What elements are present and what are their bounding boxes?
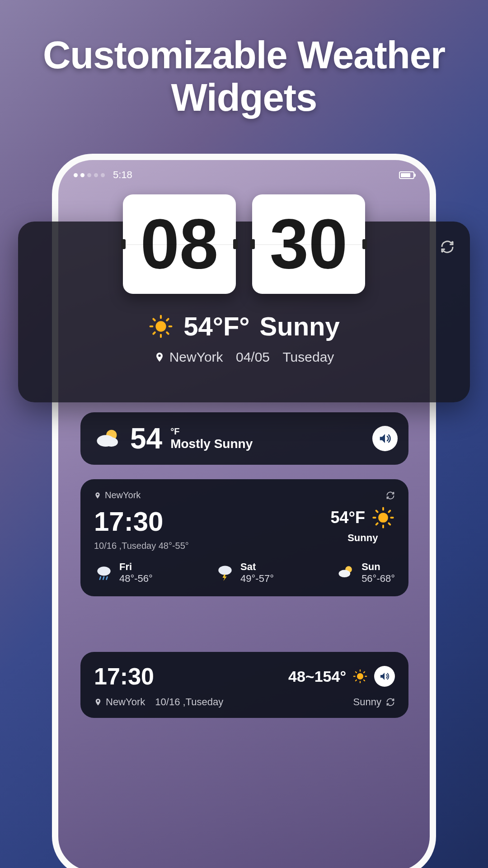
flip-minute: 30 (270, 204, 347, 284)
flip-cards: 08 30 (36, 194, 452, 294)
svg-line-36 (364, 672, 365, 673)
row-bottom: NewYork 10/16 ,Tuseday Sunny (94, 696, 395, 708)
status-left: 5:18 (74, 169, 132, 181)
page-dots (74, 173, 105, 177)
svg-point-12 (378, 513, 388, 523)
forecast-day-range: 49°-57° (240, 573, 274, 585)
compact-text: °F Mostly Sunny (170, 426, 253, 451)
compact-temp: 54 (130, 422, 162, 455)
svg-line-6 (167, 332, 169, 334)
svg-line-5 (154, 319, 155, 320)
detail-condition: Sunny (347, 532, 378, 544)
flip-hour-card: 08 (123, 194, 236, 294)
forecast-day-range: 48°-56° (119, 573, 153, 585)
compact-widget[interactable]: 54 °F Mostly Sunny (80, 412, 408, 465)
forecast-day: Fri 48°-56° (94, 561, 153, 585)
svg-line-7 (154, 332, 155, 334)
forecast-day-range: 56°-68° (361, 573, 395, 585)
detail-date-line: 10/16 ,Tuseday 48°-55° (94, 541, 189, 551)
detail-location: NewYork (105, 490, 141, 500)
flip-location-row: NewYork 04/05 Tuseday (36, 349, 452, 365)
hero-title: Customizable Weather Widgets (0, 34, 488, 118)
svg-line-20 (389, 511, 390, 512)
svg-point-27 (339, 570, 351, 578)
flip-minute-card: 30 (252, 194, 365, 294)
flip-weekday: Tuseday (282, 349, 334, 365)
partly-cloudy-icon (336, 563, 356, 583)
battery-icon (399, 171, 414, 179)
hero-line1: Customizable Weather (43, 33, 445, 76)
flip-date: 04/05 (236, 349, 270, 365)
forecast-day-name: Sun (361, 561, 395, 573)
svg-line-35 (356, 680, 357, 681)
flip-hour: 08 (141, 204, 218, 284)
svg-line-8 (167, 319, 169, 320)
sun-icon (148, 314, 174, 339)
rain-icon (94, 563, 114, 583)
refresh-icon[interactable] (386, 698, 395, 707)
row-range: 48~154° (288, 668, 346, 685)
status-bar: 5:18 (58, 160, 430, 184)
svg-line-17 (376, 511, 378, 512)
status-time: 5:18 (113, 169, 132, 181)
flip-weather-row: 54°F° Sunny (36, 311, 452, 341)
svg-line-24 (107, 577, 108, 580)
forecast-day: Sat 49°-57° (215, 561, 274, 585)
refresh-icon[interactable] (386, 491, 395, 500)
forecast-day-name: Sat (240, 561, 274, 573)
sun-icon (352, 669, 368, 684)
row-date: 10/16 ,Tuseday (155, 696, 223, 708)
detail-widget[interactable]: NewYork 17:30 10/16 ,Tuseday 48°-55° 54°… (80, 479, 408, 596)
row-top: 17:30 48~154° (94, 663, 395, 690)
forecast-day-name: Fri (119, 561, 153, 573)
detail-temp: 54°F (331, 508, 365, 527)
svg-line-19 (376, 523, 378, 524)
speak-button[interactable] (372, 426, 398, 451)
svg-line-34 (364, 680, 365, 681)
svg-line-18 (389, 523, 390, 524)
flip-clock-widget[interactable]: 08 30 54°F° Sunny (18, 222, 470, 402)
svg-point-28 (357, 673, 363, 679)
detail-main: 17:30 10/16 ,Tuseday 48°-55° 54°F Sunny (94, 506, 395, 551)
location-pin-icon (94, 698, 102, 706)
detail-time: 17:30 (94, 506, 189, 537)
sun-icon (371, 506, 395, 529)
detail-top-row: NewYork (94, 490, 395, 500)
flip-location: NewYork (169, 349, 223, 365)
svg-point-11 (105, 437, 118, 447)
row-widget[interactable]: 17:30 48~154° NewYork 10/16 ,Tuseday Sun… (80, 652, 408, 718)
hero-line2: Widgets (171, 76, 317, 119)
svg-line-23 (103, 577, 104, 580)
flip-temp: 54°F° (183, 311, 249, 341)
forecast-day: Sun 56°-68° (336, 561, 395, 585)
partly-cloudy-icon (94, 425, 122, 453)
compact-condition: Mostly Sunny (170, 437, 253, 451)
compact-unit: °F (170, 426, 253, 437)
svg-line-22 (100, 577, 101, 580)
speak-button[interactable] (374, 666, 395, 687)
row-condition: Sunny (353, 696, 381, 708)
location-pin-icon (154, 352, 165, 363)
row-time: 17:30 (94, 663, 154, 690)
row-location: NewYork (106, 696, 145, 708)
svg-point-0 (156, 321, 166, 331)
refresh-icon[interactable] (440, 240, 455, 254)
svg-line-33 (356, 672, 357, 673)
svg-point-21 (97, 566, 110, 576)
location-pin-icon (94, 492, 101, 499)
storm-icon (215, 563, 235, 583)
svg-point-25 (218, 566, 231, 575)
flip-condition: Sunny (260, 311, 340, 341)
detail-forecast: Fri 48°-56° Sat 49°-57° Sun 56°-68° (94, 561, 395, 585)
